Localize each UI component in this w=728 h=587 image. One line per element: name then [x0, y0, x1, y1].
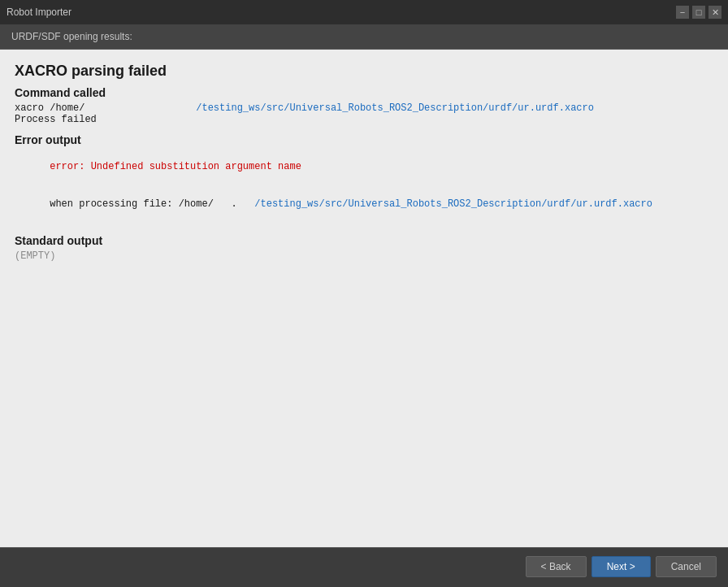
- error-section-heading: Error output: [15, 133, 713, 146]
- window-title: Robot Importer: [6, 7, 72, 18]
- process-failed-text: Process failed: [15, 114, 713, 125]
- subtitle-text: URDF/SDF opening results:: [11, 31, 132, 42]
- command-prefix: xacro /home/: [15, 102, 196, 114]
- bottom-bar: < Back Next > Cancel: [0, 547, 728, 585]
- when-prefix: when processing file: /home/ .: [50, 198, 254, 210]
- title-bar: Robot Importer − □ ✕: [0, 0, 728, 24]
- maximize-button[interactable]: □: [692, 6, 705, 19]
- standard-output-section: Standard output (EMPTY): [15, 234, 713, 262]
- main-content: XACRO parsing failed Command called xacr…: [0, 50, 728, 547]
- error-prefix: error: Undefined substitution argument n…: [50, 161, 301, 172]
- close-button[interactable]: ✕: [708, 6, 722, 19]
- command-section-heading: Command called: [15, 86, 713, 99]
- error-line-1: error: Undefined substitution argument n…: [15, 150, 713, 184]
- back-button[interactable]: < Back: [526, 556, 587, 577]
- title-bar-controls: − □ ✕: [676, 6, 722, 19]
- standard-section-heading: Standard output: [15, 234, 713, 247]
- command-path: /testing_ws/src/Universal_Robots_ROS2_De…: [196, 102, 594, 114]
- minimize-button[interactable]: −: [676, 6, 689, 19]
- page-heading: XACRO parsing failed: [15, 63, 713, 80]
- subtitle-bar: URDF/SDF opening results:: [0, 24, 728, 50]
- when-path: /testing_ws/src/Universal_Robots_ROS2_De…: [254, 198, 652, 210]
- when-middle: .: [214, 198, 254, 210]
- command-line: xacro /home/ /testing_ws/src/Universal_R…: [15, 102, 713, 114]
- next-button[interactable]: Next >: [592, 556, 651, 577]
- title-bar-left: Robot Importer: [6, 7, 72, 18]
- error-line-2: when processing file: /home/ . /testing_…: [15, 187, 713, 221]
- cancel-button[interactable]: Cancel: [656, 556, 717, 577]
- empty-label: (EMPTY): [15, 250, 713, 262]
- error-output-section: Error output error: Undefined substituti…: [15, 133, 713, 221]
